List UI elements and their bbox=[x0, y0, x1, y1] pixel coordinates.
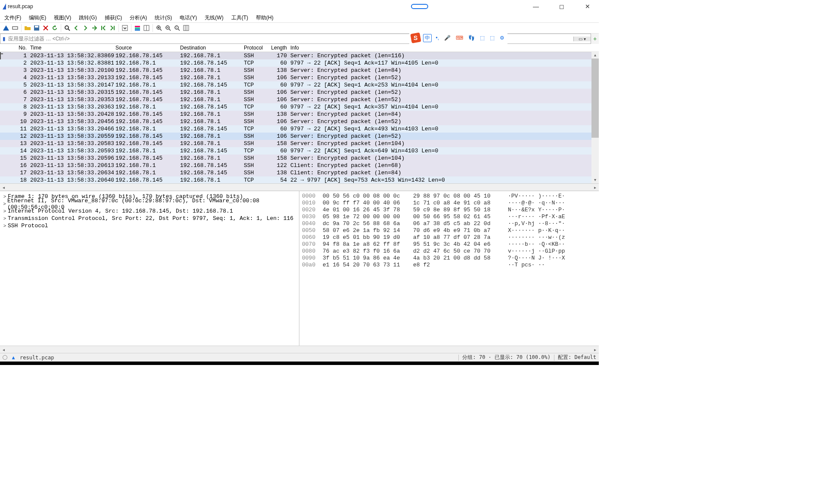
scroll-down-icon[interactable]: ▾ bbox=[591, 176, 599, 183]
ime-keyboard-icon[interactable]: ⌨ bbox=[454, 35, 464, 41]
scroll-thumb[interactable] bbox=[591, 59, 599, 138]
packet-row[interactable]: 112023-11-13 13:58:33.204664192.168.78.1… bbox=[0, 125, 599, 133]
ime-mic-icon[interactable]: 🎤 bbox=[443, 35, 452, 41]
hex-row[interactable]: 003005 98 1e 72 00 00 00 0000 50 66 95 5… bbox=[302, 213, 596, 220]
expand-icon[interactable]: > bbox=[2, 216, 8, 221]
expand-icon[interactable]: > bbox=[2, 194, 8, 199]
hex-row[interactable]: 005058 07 e6 2e 1a fb 92 1470 d6 e9 4b e… bbox=[302, 227, 596, 234]
menu-item-7[interactable]: 电话(Y) bbox=[177, 13, 199, 22]
packet-row[interactable]: 132023-11-13 13:58:33.205833192.168.78.1… bbox=[0, 140, 599, 147]
resize-all-columns-icon[interactable] bbox=[182, 24, 190, 32]
close-file-icon[interactable] bbox=[41, 24, 50, 32]
go-first-icon[interactable] bbox=[99, 24, 108, 32]
hex-row[interactable]: 00903f b5 51 10 9a 86 ea 4e4a b3 20 21 0… bbox=[302, 255, 596, 262]
packet-row[interactable]: 162023-11-13 13:58:33.206132192.168.78.1… bbox=[0, 162, 599, 169]
go-last-icon[interactable] bbox=[108, 24, 117, 32]
packet-row[interactable]: 102023-11-13 13:58:33.204567192.168.78.1… bbox=[0, 118, 599, 125]
ime-tool1-icon[interactable]: ⬚ bbox=[479, 35, 486, 41]
packet-row[interactable]: 32023-11-13 13:58:33.201009192.168.78.14… bbox=[0, 67, 599, 74]
zoom-out-icon[interactable] bbox=[164, 24, 172, 32]
filter-add-button[interactable]: + bbox=[591, 34, 599, 44]
packet-row[interactable]: 82023-11-13 13:58:33.203638192.168.78.11… bbox=[0, 103, 599, 111]
filter-dropdown-button[interactable]: ▭ ▾ bbox=[573, 37, 591, 41]
menu-item-0[interactable]: 文件(F) bbox=[2, 13, 24, 22]
hex-row[interactable]: 001000 9c ff f7 40 00 40 061c 71 c0 a8 4… bbox=[302, 200, 596, 207]
sogou-ime-icon[interactable] bbox=[411, 32, 421, 43]
menu-item-10[interactable]: 帮助(H) bbox=[253, 13, 276, 22]
hex-row[interactable]: 007094 f8 8a 1e a8 62 ff 8f95 51 9c 3c 4… bbox=[302, 241, 596, 248]
resize-columns-icon[interactable] bbox=[142, 24, 151, 32]
expand-icon[interactable]: > bbox=[2, 201, 7, 207]
find-packet-icon[interactable] bbox=[63, 24, 72, 32]
menu-item-5[interactable]: 分析(A) bbox=[127, 13, 149, 22]
reload-icon[interactable] bbox=[50, 24, 59, 32]
column-no[interactable]: No. bbox=[0, 44, 28, 52]
save-file-icon[interactable] bbox=[32, 24, 41, 32]
menu-item-9[interactable]: 工具(T) bbox=[229, 13, 251, 22]
menu-item-1[interactable]: 编辑(E) bbox=[26, 13, 49, 22]
column-destination[interactable]: Destination bbox=[178, 44, 242, 52]
menu-item-2[interactable]: 视图(V) bbox=[51, 13, 74, 22]
hex-row[interactable]: 000000 50 56 c0 00 08 00 0c29 88 97 0c 0… bbox=[302, 193, 596, 200]
packet-row[interactable]: 22023-11-13 13:58:32.838815192.168.78.11… bbox=[0, 59, 599, 67]
ime-punct-icon[interactable]: •, bbox=[434, 35, 440, 41]
scroll-up-icon[interactable]: ▴ bbox=[591, 51, 599, 59]
hex-row[interactable]: 0040dc 9a 70 2c 56 88 68 6a06 a7 38 d5 c… bbox=[302, 220, 596, 227]
go-to-packet-icon[interactable] bbox=[90, 24, 99, 32]
hex-row[interactable]: 008076 ac e3 82 f3 f0 16 6ad2 d2 47 6c 5… bbox=[302, 248, 596, 255]
filter-bookmark-icon[interactable]: ▮ bbox=[0, 36, 7, 42]
scroll-left-icon[interactable]: ◂ bbox=[0, 185, 7, 190]
ime-tool2-icon[interactable]: ⬚ bbox=[489, 35, 496, 41]
scroll-right-icon[interactable]: ▸ bbox=[591, 347, 599, 352]
column-length[interactable]: Length bbox=[268, 44, 289, 52]
packet-row[interactable]: 142023-11-13 13:58:33.205939192.168.78.1… bbox=[0, 147, 599, 155]
details-hscroll[interactable]: ◂ ▸ bbox=[0, 346, 599, 353]
column-time[interactable]: Time bbox=[28, 44, 114, 52]
column-info[interactable]: Info bbox=[289, 44, 599, 52]
packet-row[interactable]: 12023-11-13 13:58:32.838697192.168.78.14… bbox=[0, 52, 599, 59]
menu-item-3[interactable]: 跳转(G) bbox=[76, 13, 99, 22]
close-button[interactable]: ✕ bbox=[579, 0, 596, 12]
go-back-icon[interactable] bbox=[72, 24, 81, 32]
packet-list-body[interactable]: 12023-11-13 13:58:32.838697192.168.78.14… bbox=[0, 52, 599, 183]
packet-details-pane[interactable]: >Frame 1: 170 bytes on wire (1360 bits),… bbox=[0, 191, 299, 346]
packet-list-header[interactable]: No. Time Source Destination Protocol Len… bbox=[0, 44, 599, 52]
scroll-right-icon[interactable]: ▸ bbox=[591, 185, 599, 190]
packet-row[interactable]: 72023-11-13 13:58:33.203531192.168.78.14… bbox=[0, 96, 599, 103]
ime-skin-icon[interactable]: 👣 bbox=[467, 35, 476, 41]
hex-row[interactable]: 00204e 01 00 16 26 45 3f 7859 c9 8e 89 8… bbox=[302, 207, 596, 213]
column-source[interactable]: Source bbox=[114, 44, 178, 52]
ime-lang-toggle[interactable]: 中 bbox=[423, 34, 432, 42]
expand-icon[interactable]: > bbox=[2, 209, 8, 214]
open-file-icon[interactable] bbox=[23, 24, 32, 32]
expert-info-icon[interactable] bbox=[3, 355, 7, 360]
packet-list-hscroll[interactable]: ◂ ▸ bbox=[0, 183, 599, 191]
scroll-left-icon[interactable]: ◂ bbox=[0, 347, 7, 352]
packet-list-vscroll[interactable]: ▴ ▾ bbox=[591, 51, 599, 183]
status-profile[interactable]: 配置: Default bbox=[558, 354, 596, 361]
menu-item-6[interactable]: 统计(S) bbox=[152, 13, 174, 22]
ime-settings-icon[interactable]: ⚙ bbox=[498, 35, 506, 41]
colorize-icon[interactable] bbox=[133, 24, 142, 32]
auto-scroll-icon[interactable] bbox=[121, 24, 129, 32]
packet-row[interactable]: 92023-11-13 13:58:33.204283192.168.78.14… bbox=[0, 111, 599, 118]
capture-file-properties-icon[interactable] bbox=[12, 355, 16, 360]
packet-row[interactable]: 152023-11-13 13:58:33.205969192.168.78.1… bbox=[0, 155, 599, 162]
packet-row[interactable]: 182023-11-13 13:58:33.206402192.168.78.1… bbox=[0, 176, 599, 183]
packet-bytes-pane[interactable]: 000000 50 56 c0 00 08 00 0c29 88 97 0c 0… bbox=[299, 191, 599, 346]
packet-row[interactable]: 42023-11-13 13:58:33.201334192.168.78.14… bbox=[0, 74, 599, 81]
hex-row[interactable]: 006019 c8 e5 01 bb 90 19 d0af 10 a8 77 d… bbox=[302, 234, 596, 241]
detail-line[interactable]: >Ethernet II, Src: VMware_88:97:0c (00:0… bbox=[0, 200, 299, 207]
hex-row[interactable]: 00a0e1 16 54 20 70 63 73 11e8 f2··T pcs·… bbox=[302, 262, 596, 269]
detail-line[interactable]: >SSH Protocol bbox=[0, 222, 299, 229]
packet-row[interactable]: 172023-11-13 13:58:33.206342192.168.78.1… bbox=[0, 169, 599, 176]
start-capture-icon[interactable] bbox=[2, 24, 10, 32]
minimize-button[interactable]: — bbox=[527, 0, 545, 12]
packet-row[interactable]: 122023-11-13 13:58:33.205595192.168.78.1… bbox=[0, 133, 599, 140]
packet-row[interactable]: 62023-11-13 13:58:33.203156192.168.78.14… bbox=[0, 89, 599, 96]
zoom-reset-icon[interactable]: 1 bbox=[173, 24, 181, 32]
detail-line[interactable]: >Internet Protocol Version 4, Src: 192.1… bbox=[0, 207, 299, 215]
zoom-in-icon[interactable] bbox=[155, 24, 163, 32]
maximize-button[interactable]: ◻ bbox=[553, 0, 570, 12]
go-forward-icon[interactable] bbox=[81, 24, 90, 32]
